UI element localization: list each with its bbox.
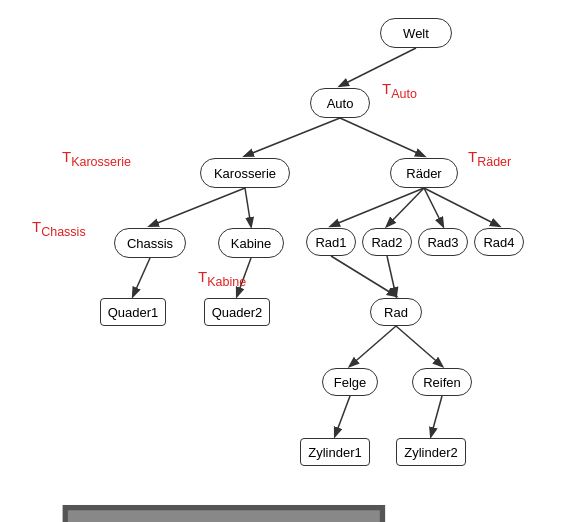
label-t-kabine: TKabine (198, 268, 246, 289)
node-karosserie: Karosserie (200, 158, 290, 188)
node-auto: Auto (310, 88, 370, 118)
node-raeder: Räder (390, 158, 458, 188)
label-t-auto: TAuto (382, 80, 417, 101)
node-rad1: Rad1 (306, 228, 356, 256)
node-quader1: Quader1 (100, 298, 166, 326)
svg-line-14 (350, 326, 396, 366)
node-felge: Felge (322, 368, 378, 396)
node-kabine: Kabine (218, 228, 284, 258)
node-zylinder2: Zylinder2 (396, 438, 466, 466)
node-rad3: Rad3 (418, 228, 468, 256)
svg-line-17 (431, 396, 442, 436)
node-rad4: Rad4 (474, 228, 524, 256)
svg-line-2 (245, 118, 340, 156)
node-rad: Rad (370, 298, 422, 326)
node-welt: Welt (380, 18, 452, 48)
svg-line-6 (331, 188, 424, 226)
svg-line-9 (424, 188, 499, 226)
label-t-karosserie: TKarosserie (62, 148, 131, 169)
svg-line-10 (133, 258, 150, 296)
svg-line-4 (150, 188, 245, 226)
svg-line-8 (424, 188, 443, 226)
svg-line-3 (340, 118, 424, 156)
svg-line-15 (396, 326, 442, 366)
truck-illustration (30, 370, 190, 480)
svg-rect-18 (65, 508, 382, 522)
node-reifen: Reifen (412, 368, 472, 396)
svg-line-13 (387, 256, 396, 296)
node-rad2: Rad2 (362, 228, 412, 256)
node-chassis: Chassis (114, 228, 186, 258)
node-quader2: Quader2 (204, 298, 270, 326)
svg-line-5 (245, 188, 251, 226)
label-t-raeder: TRäder (468, 148, 511, 169)
svg-line-7 (387, 188, 424, 226)
node-zylinder1: Zylinder1 (300, 438, 370, 466)
svg-line-12 (331, 256, 396, 296)
svg-line-16 (335, 396, 350, 436)
label-t-chassis: TChassis (32, 218, 86, 239)
